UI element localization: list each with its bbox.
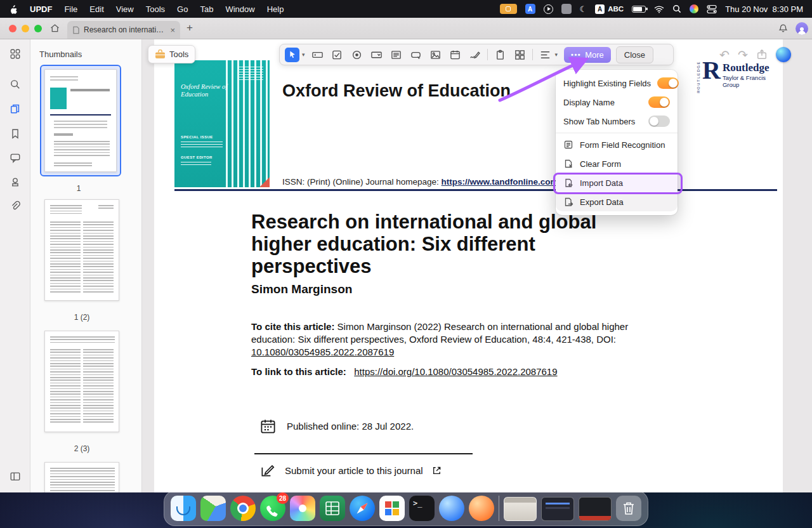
- text-field-tool[interactable]: [310, 48, 325, 62]
- page-thumbnail-4[interactable]: [44, 462, 119, 492]
- tools-button[interactable]: Tools: [148, 45, 195, 63]
- menu-item-form-field-recognition[interactable]: Form Field Recognition: [556, 135, 678, 154]
- wifi-icon[interactable]: [654, 5, 664, 13]
- dock-app-grid-icon[interactable]: [379, 496, 405, 521]
- thumbnails-panel: Thumbnails 1 1 (2) 2 (3): [30, 39, 142, 492]
- zoom-window-button[interactable]: [34, 25, 42, 32]
- dock-maps-icon[interactable]: [200, 496, 226, 521]
- radio-button-tool[interactable]: [350, 48, 364, 62]
- menu-item-display-name[interactable]: Display Name: [556, 93, 678, 112]
- play-icon[interactable]: [544, 4, 553, 14]
- menubar-item-edit[interactable]: Edit: [89, 4, 103, 14]
- select-tool[interactable]: [285, 48, 299, 62]
- input-source-indicator[interactable]: A ABC: [595, 4, 624, 14]
- menu-item-import-data[interactable]: Import Data: [556, 173, 678, 192]
- dock-finder-icon[interactable]: [171, 496, 196, 521]
- dock-photos-icon[interactable]: [290, 496, 315, 521]
- document-tab[interactable]: Research on international ... ×: [67, 21, 180, 39]
- journal-homepage-link[interactable]: https://www.tandfonline.com: [442, 177, 558, 187]
- window-title-bar: Research on international ... × +: [0, 18, 812, 39]
- close-form-mode-button[interactable]: Close: [616, 46, 653, 63]
- notifications-bell-icon[interactable]: [778, 23, 789, 34]
- menubar-item-go[interactable]: Go: [177, 4, 188, 14]
- list-box-tool[interactable]: [389, 48, 403, 62]
- third-party-menu-icon[interactable]: [690, 4, 698, 13]
- dock-safari-icon[interactable]: [350, 496, 375, 521]
- import-data-icon: [563, 178, 573, 188]
- close-window-button[interactable]: [9, 25, 16, 32]
- image-field-tool[interactable]: [428, 48, 443, 62]
- control-center-icon[interactable]: [707, 4, 717, 14]
- checkbox-tool[interactable]: [330, 48, 344, 62]
- thumbnails-icon[interactable]: [10, 103, 21, 115]
- push-button-tool[interactable]: [409, 48, 423, 62]
- menubar-clock[interactable]: Thu 20 Nov 8:30 PM: [725, 4, 803, 14]
- menu-item-clear-form[interactable]: Clear Form: [556, 154, 678, 173]
- export-share-icon[interactable]: [756, 49, 768, 60]
- minimized-window-1[interactable]: [504, 497, 537, 521]
- menubar-item-tab[interactable]: Tab: [200, 4, 213, 14]
- menu-item-export-data[interactable]: Export Data: [556, 192, 678, 211]
- minimized-window-3[interactable]: [579, 497, 612, 521]
- publisher-mark: R: [702, 58, 721, 82]
- dock-terminal-icon[interactable]: >_: [409, 496, 435, 521]
- app-status-icon[interactable]: [561, 4, 572, 14]
- menubar-item-tools[interactable]: Tools: [146, 4, 165, 14]
- article-doi-url-link[interactable]: https://doi.org/10.1080/03054985.2022.20…: [354, 366, 557, 377]
- doi-link[interactable]: 10.1080/03054985.2022.2087619: [251, 346, 394, 357]
- menubar-item-help[interactable]: Help: [267, 4, 284, 14]
- screen-record-icon[interactable]: [500, 4, 517, 14]
- page-thumbnail-2[interactable]: [44, 199, 119, 301]
- paste-tool[interactable]: [493, 48, 508, 62]
- align-tool-chevron-icon[interactable]: ▾: [555, 51, 558, 58]
- dock-chrome-icon[interactable]: [230, 496, 256, 521]
- comments-icon[interactable]: [10, 152, 21, 164]
- dock-trash-icon[interactable]: [616, 496, 641, 521]
- ai-assistant-icon[interactable]: [776, 47, 791, 62]
- align-tool[interactable]: [538, 48, 553, 62]
- submit-article-link[interactable]: Submit your article to this journal: [285, 465, 423, 476]
- undo-icon[interactable]: ↶: [719, 49, 730, 61]
- divider-rule: [254, 453, 473, 454]
- user-avatar[interactable]: [796, 22, 808, 35]
- battery-icon[interactable]: [632, 6, 646, 13]
- attachments-paperclip-icon[interactable]: [10, 201, 21, 212]
- menubar-item-window[interactable]: Window: [225, 4, 254, 14]
- display-name-toggle[interactable]: [648, 96, 670, 108]
- show-tab-numbers-toggle[interactable]: [648, 116, 670, 127]
- new-tab-button[interactable]: +: [187, 22, 193, 34]
- menu-item-show-tab-numbers[interactable]: Show Tab Numbers: [556, 112, 678, 131]
- stamps-icon[interactable]: [10, 176, 21, 188]
- focus-moon-icon[interactable]: ☾: [580, 4, 587, 14]
- highlight-existing-fields-toggle[interactable]: [657, 77, 679, 89]
- dock-orange-app-icon[interactable]: [469, 496, 494, 521]
- menubar-item-file[interactable]: File: [64, 4, 77, 14]
- bookmarks-icon[interactable]: [10, 128, 21, 140]
- translate-icon[interactable]: A: [525, 4, 535, 14]
- dock-whatsapp-icon[interactable]: 28: [260, 496, 285, 521]
- signature-field-tool[interactable]: [468, 48, 482, 62]
- tab-close-icon[interactable]: ×: [170, 25, 175, 35]
- menubar-item-view[interactable]: View: [116, 4, 134, 14]
- reader-mode-icon[interactable]: [10, 471, 21, 482]
- date-field-tool[interactable]: [448, 48, 462, 62]
- apps-grid-icon[interactable]: [10, 48, 21, 60]
- dropdown-tool[interactable]: [369, 48, 384, 62]
- select-tool-chevron-icon[interactable]: ▾: [302, 51, 305, 58]
- redo-icon[interactable]: ↷: [738, 49, 748, 61]
- spotlight-search-icon[interactable]: [672, 4, 681, 13]
- minimized-window-2[interactable]: [541, 497, 574, 521]
- page-thumbnail-3[interactable]: [44, 331, 119, 432]
- more-button[interactable]: ••• More: [564, 47, 611, 63]
- apple-logo-icon[interactable]: [9, 4, 18, 14]
- top-right-tools: ↶ ↷: [719, 47, 791, 62]
- dock-spreadsheet-icon[interactable]: [320, 496, 345, 521]
- multi-select-tool[interactable]: [513, 48, 527, 62]
- minimize-window-button[interactable]: [22, 25, 29, 32]
- page-thumbnail-1[interactable]: [41, 66, 120, 175]
- home-icon[interactable]: [49, 23, 60, 34]
- menubar-app-name[interactable]: UPDF: [30, 4, 52, 14]
- search-icon[interactable]: [10, 79, 21, 90]
- dock-blue-app-icon[interactable]: [439, 496, 464, 521]
- menu-item-highlight-existing-fields[interactable]: Highlight Existing Fields: [556, 74, 678, 93]
